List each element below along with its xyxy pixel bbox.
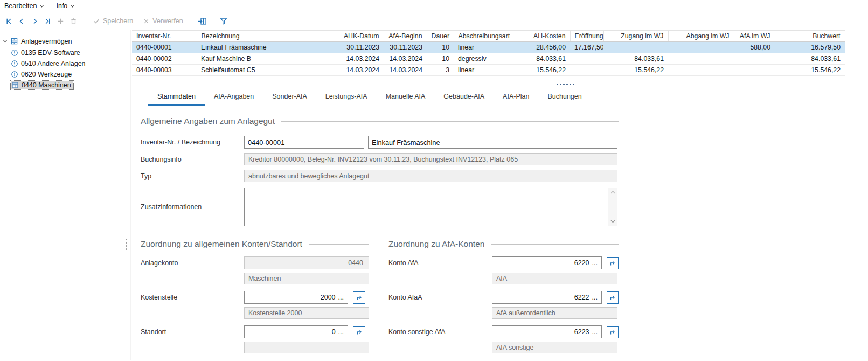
column-header[interactable]: Inventar-Nr. [132,31,197,42]
next-record-button[interactable] [28,15,41,27]
column-header[interactable]: Abgang im WJ [668,31,734,42]
vertical-splitter-handle[interactable] [126,239,127,250]
chevron-down-icon [39,4,44,9]
toolbar-separator [84,16,84,26]
lookup-ellipsis: ... [338,294,344,301]
tab-afa-angaben[interactable]: AfA-Angaben [205,89,263,106]
menu-info[interactable]: Info [56,2,75,10]
info-icon [11,49,18,57]
buchungsinfo-label: Buchungsinfo [141,156,244,163]
column-header[interactable]: Buchwert [775,31,845,42]
tree-item-0510-andere-anlagen[interactable]: 0510 Andere Anlagen [11,58,130,69]
posting-list-button[interactable] [196,15,209,27]
discard-button[interactable]: Verwerfen [138,17,188,25]
tree-root-label: Anlagevermögen [21,38,72,45]
column-header[interactable]: Bezeichnung [197,31,338,42]
konto-sonstige-afa-input[interactable]: 6223 ... [492,325,602,338]
kostenstelle-input[interactable]: 2000 ... [244,291,348,304]
last-record-button[interactable] [41,15,54,27]
standort-open-button[interactable] [353,326,365,338]
tree-item-0440-maschinen[interactable]: 0440 Maschinen [11,80,130,91]
zusatzinformationen-textarea[interactable] [244,188,617,226]
inventar-bezeichnung-label: Inventar-Nr. / Bezeichnung [141,138,244,146]
menu-info-label: Info [56,2,67,10]
menubar: Bearbeiten Info [0,0,868,12]
column-header[interactable]: AfA im WJ [734,31,775,42]
stammdaten-form: Allgemeine Angaben zum Anlagegut Inventa… [131,106,868,360]
tab-afa-plan[interactable]: AfA-Plan [494,89,538,106]
zusatzinformationen-label: Zusatzinformationen [141,203,244,211]
add-button[interactable] [54,15,67,27]
tab-leistungs-afa[interactable]: Leistungs-AfA [316,89,377,106]
tab-buchungen[interactable]: Buchungen [538,89,591,106]
column-header[interactable]: Abschreibungsart [454,31,525,42]
column-header[interactable]: AH-Kosten [525,31,570,42]
first-record-icon [5,17,13,25]
chevron-down-icon [70,4,75,9]
previous-record-button[interactable] [15,15,28,27]
konto-afaa-input[interactable]: 6222 ... [492,291,602,304]
horizontal-splitter-handle[interactable] [557,84,574,85]
trash-icon [70,17,78,25]
konto-afa-input[interactable]: 6220 ... [492,256,602,269]
filter-button[interactable] [217,15,230,27]
bezeichnung-input[interactable] [368,136,617,149]
konto-afa-name-field: AfA [492,273,617,284]
asset-table: Inventar-Nr. Bezeichnung AHK-Datum AfA-B… [132,30,845,76]
inventar-nr-input[interactable] [244,136,364,149]
toolbar-separator [213,16,213,26]
save-label: Speichern [103,17,133,25]
konto-afaa-open-button[interactable] [607,291,619,304]
column-header[interactable]: Dauer [427,31,454,42]
tab-manuelle-afa[interactable]: Manuelle AfA [377,89,435,106]
save-button[interactable]: Speichern [88,17,138,25]
tab-gebaeude-afa[interactable]: Gebäude-AfA [434,89,494,106]
section-heading-afa-konten: Zuordnung zu AfA-Konten [388,239,619,249]
x-icon [143,18,150,25]
table-row[interactable]: 0440-00001 Einkauf Fräsmaschine 30.11.20… [132,42,845,53]
tab-stammdaten[interactable]: Stammdaten [148,89,205,106]
section-heading-allgemeine-angaben: Allgemeine Angaben zum Anlagegut [141,116,619,126]
scroll-up-button[interactable] [608,188,617,197]
tree-root-anlagevermoegen[interactable]: Anlagevermögen [0,36,130,47]
standort-input[interactable]: 0 ... [244,325,348,338]
standort-label: Standort [141,328,244,336]
konto-afa-label: Konto AfA [388,259,492,267]
tab-sonder-afa[interactable]: Sonder-AfA [263,89,316,106]
table-row[interactable]: 0440-00002 Kauf Maschine B 14.03.2024 14… [132,53,845,65]
scroll-down-button[interactable] [608,217,617,226]
column-header[interactable]: AHK-Datum [338,31,384,42]
tree-item-label: 0440 Maschinen [22,81,71,89]
column-header[interactable]: Eröffnung [570,31,603,42]
kostenstelle-open-button[interactable] [353,291,365,304]
kostenstelle-name-field: Kostenstelle 2000 [244,307,369,319]
check-icon [93,17,100,25]
tree-item-0620-werkzeuge[interactable]: 0620 Werkzeuge [11,69,130,80]
info-icon [11,60,18,67]
menu-bearbeiten[interactable]: Bearbeiten [4,2,44,10]
section-heading-konten-standort: Zuordnung zu allgemeinen Konten/Standort [141,239,369,249]
anlagekonto-label: Anlagekonto [141,259,244,267]
first-record-button[interactable] [2,15,15,27]
typ-label: Typ [141,172,244,180]
lookup-ellipsis: ... [592,259,598,267]
jump-arrow-icon [356,294,363,301]
konto-afa-open-button[interactable] [607,257,619,269]
toolbar-separator [192,16,192,26]
jump-arrow-icon [609,259,616,267]
table-row[interactable]: 0440-00003 Schleifautomat C5 14.03.2024 … [132,65,845,76]
tree-item-0135-edv-software[interactable]: 0135 EDV-Software [11,47,130,58]
column-header[interactable]: AfA-Beginn [384,31,427,42]
tree-expander-icon[interactable] [3,39,8,44]
konto-sonstige-afa-open-button[interactable] [607,326,619,338]
tree-item-label: 0135 EDV-Software [21,49,80,57]
anlagekonto-name-field: Maschinen [244,273,369,284]
standort-name-field [244,342,369,353]
column-header[interactable]: Zugang im WJ [603,31,668,42]
assets-folder-icon [10,37,18,45]
posting-list-icon [198,17,207,26]
anlagekonto-field: 0440 [244,256,369,269]
textarea-scrollbar[interactable] [608,188,617,226]
delete-button[interactable] [67,15,80,27]
asset-tree: Anlagevermögen 0135 EDV-Software 0510 An… [0,30,131,360]
